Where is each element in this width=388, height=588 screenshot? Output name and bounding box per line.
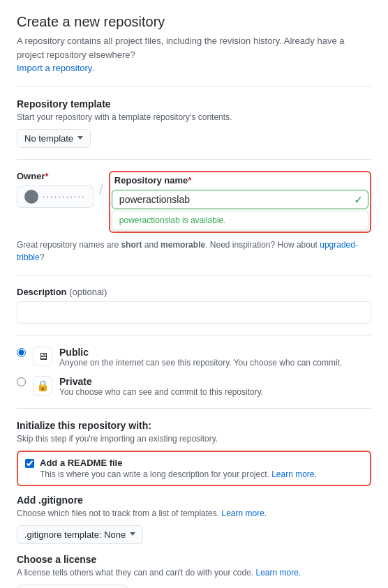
gitignore-description: Choose which files not to track from a l… (17, 508, 371, 518)
repo-template-label: Repository template (17, 98, 371, 110)
chevron-down-icon (77, 136, 83, 142)
readme-learn-more-link[interactable]: Learn more. (271, 469, 317, 479)
owner-label: Owner* (17, 171, 94, 181)
visibility-private-desc: You choose who can see and commit to thi… (59, 387, 263, 397)
owner-box: ··········· (17, 186, 94, 208)
license-dropdown[interactable]: License: MIT License (17, 585, 128, 589)
repo-name-section: Repository name* ✓ poweractionslab is av… (109, 171, 371, 233)
repo-name-input[interactable] (112, 190, 368, 209)
visibility-public-option: 🖥 Public Anyone on the internet can see … (17, 347, 371, 368)
divider-1 (17, 86, 371, 87)
license-learn-more-link[interactable]: Learn more. (256, 568, 301, 578)
template-dropdown-label: No template (24, 133, 73, 144)
slash-separator: / (99, 181, 103, 199)
readme-content: Add a README file This is where you can … (40, 458, 317, 479)
divider-4 (17, 335, 371, 336)
description-input[interactable] (17, 301, 371, 324)
visibility-private-option: 🔒 Private You choose who can see and com… (17, 376, 371, 397)
readme-label: Add a README file (40, 458, 317, 468)
gitignore-learn-more-link[interactable]: Learn more. (221, 508, 267, 518)
template-dropdown[interactable]: No template (17, 129, 91, 148)
readme-desc: This is where you can write a long descr… (40, 469, 317, 479)
visibility-public-desc: Anyone on the internet can see this repo… (59, 358, 342, 368)
visibility-group: 🖥 Public Anyone on the internet can see … (17, 347, 371, 397)
repo-name-label: Repository name* (112, 174, 368, 186)
visibility-private-content: Private You choose who can see and commi… (59, 376, 263, 397)
gitignore-section: Add .gitignore Choose which files not to… (17, 495, 371, 544)
init-sub: Skip this step if you're importing an ex… (17, 434, 371, 444)
visibility-public-content: Public Anyone on the internet can see th… (59, 347, 342, 368)
avatar (24, 190, 38, 204)
license-description: A license tells others what they can and… (17, 568, 371, 578)
visibility-public-radio[interactable] (17, 348, 26, 357)
description-section: Description (optional) (17, 287, 371, 324)
gitignore-title: Add .gitignore (17, 495, 371, 506)
description-label: Description (optional) (17, 287, 371, 297)
gitignore-chevron-icon (130, 532, 135, 538)
repo-input-wrap: ✓ (112, 190, 368, 209)
gitignore-dropdown[interactable]: .gitignore template: None (17, 525, 143, 544)
monitor-icon: 🖥 (33, 347, 52, 366)
divider-5 (17, 408, 371, 409)
visibility-public-title: Public (59, 347, 342, 358)
owner-name: ··········· (43, 191, 86, 202)
repo-template-description: Start your repository with a template re… (17, 112, 371, 122)
import-link[interactable]: Import a repository. (17, 63, 94, 73)
page-title: Create a new repository (17, 14, 371, 30)
visibility-private-radio[interactable] (17, 377, 26, 386)
owner-repo-row: Owner* ··········· / Repository name* ✓ … (17, 171, 371, 233)
availability-tooltip: poweractionslab is available. (112, 211, 368, 230)
readme-checkbox[interactable] (25, 459, 34, 468)
owner-section: Owner* ··········· (17, 171, 94, 208)
lock-icon: 🔒 (33, 376, 52, 395)
readme-checkbox-row: Add a README file This is where you can … (25, 458, 363, 479)
gitignore-dropdown-label: .gitignore template: None (24, 529, 126, 540)
license-title: Choose a license (17, 554, 371, 565)
init-title: Initialize this repository with: (17, 420, 371, 431)
check-icon: ✓ (354, 193, 363, 206)
readme-checkbox-item: Add a README file This is where you can … (17, 451, 371, 486)
name-hint: Great repository names are short and mem… (17, 239, 371, 264)
divider-3 (17, 275, 371, 276)
visibility-private-title: Private (59, 376, 263, 387)
divider-2 (17, 159, 371, 160)
license-section: Choose a license A license tells others … (17, 554, 371, 589)
page-subtitle: A repository contains all project files,… (17, 34, 371, 75)
init-section: Initialize this repository with: Skip th… (17, 420, 371, 486)
